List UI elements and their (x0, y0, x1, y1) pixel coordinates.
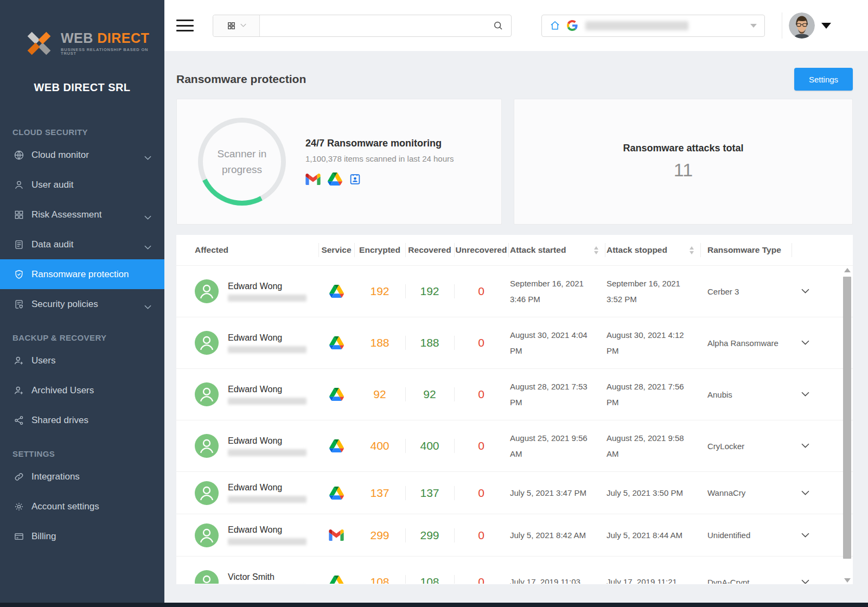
recovered-count: 299 (405, 514, 454, 556)
chevron-down-icon (750, 24, 757, 28)
gmail-icon (305, 174, 321, 185)
column-header-affected: Affected (176, 235, 318, 265)
affected-user-name: Edward Wong (228, 436, 307, 446)
column-header-encrypted: Encrypted (354, 235, 405, 265)
scroll-up-arrow[interactable] (844, 268, 851, 272)
sidebar-item-shared-drives[interactable]: Shared drives (0, 405, 164, 435)
monitoring-card: Scanner in progress 24/7 Ransomware moni… (176, 99, 502, 225)
unrecovered-count: 0 (454, 420, 508, 471)
sidebar-item-security-policies[interactable]: Security policies (0, 289, 164, 319)
avatar[interactable] (789, 12, 815, 39)
attack-stopped-date: July 5, 2021 3:50 PM (605, 472, 700, 514)
chevron-down-icon (144, 152, 151, 157)
unrecovered-count: 0 (454, 369, 508, 420)
user-avatar-icon (195, 481, 219, 505)
column-header-ransomware-type: Ransomware Type (700, 235, 792, 265)
shield-check-icon (14, 269, 24, 280)
sidebar-item-users[interactable]: Users (0, 346, 164, 375)
nav-section-settings: SETTINGS Integrations Account settings B… (0, 449, 164, 551)
user-menu[interactable] (789, 12, 868, 39)
sidebar-item-risk-assessment[interactable]: Risk Assessment (0, 200, 164, 229)
column-header-service: Service (318, 235, 354, 265)
ransomware-type: Anubis (700, 369, 792, 420)
sidebar-item-cloud-monitor[interactable]: Cloud monitor (0, 140, 164, 170)
chevron-down-icon (144, 212, 151, 217)
attacks-total-value: 11 (674, 159, 693, 181)
sidebar-item-label: Shared drives (31, 415, 88, 426)
sidebar-item-account-settings[interactable]: Account settings (0, 491, 164, 521)
credit-card-icon (14, 531, 24, 542)
brand-wordmark: WEB DIRECT BUSINESS RELATIONSHIP BASED O… (61, 31, 164, 56)
sort-icon[interactable] (594, 246, 598, 254)
table-row: Edward Wong 299 299 0 July 5, 2021 8:42 … (176, 514, 853, 557)
ransomware-type: WannaCry (700, 472, 792, 514)
user-avatar-icon (195, 279, 219, 303)
sidebar-item-label: Security policies (31, 299, 98, 310)
ransomware-type: Unidentified (700, 514, 792, 556)
affected-user-name: Edward Wong (228, 483, 307, 493)
sidebar-item-archived-users[interactable]: Archived Users (0, 375, 164, 405)
unrecovered-count: 0 (454, 266, 508, 317)
attack-started-date: July 5, 2021 8:42 AM (508, 514, 605, 556)
chevron-down-icon (240, 23, 246, 28)
search-scope-selector[interactable] (213, 15, 260, 36)
sidebar-item-label: User audit (31, 180, 73, 190)
google-logo-icon (567, 20, 578, 31)
unrecovered-count: 0 (454, 472, 508, 514)
attack-stopped-date: August 25, 2021 9:58 AM (605, 420, 700, 471)
recovered-count: 92 (405, 369, 454, 420)
redacted-email (228, 346, 307, 353)
redacted-email (228, 496, 307, 503)
scrollbar-thumb[interactable] (843, 277, 851, 559)
attacks-total-title: Ransomware attacks total (623, 143, 743, 154)
sidebar-item-label: Users (31, 355, 55, 366)
sidebar-item-user-audit[interactable]: User audit (0, 170, 164, 200)
globe-icon (14, 150, 24, 161)
attack-started-date: September 16, 2021 3:46 PM (508, 266, 605, 317)
sidebar-item-data-audit[interactable]: Data audit (0, 229, 164, 259)
user-menu-caret-icon[interactable] (821, 23, 831, 29)
attack-started-date: August 25, 2021 9:56 AM (508, 420, 605, 471)
google-drive-icon (329, 439, 344, 452)
encrypted-count: 108 (354, 557, 405, 584)
user-avatar-icon (195, 570, 219, 584)
user-avatar-icon (195, 523, 219, 547)
page-content: Ransomware protection Settings Scanner i… (164, 51, 868, 607)
affected-user-name: Edward Wong (228, 525, 307, 535)
recovered-count: 108 (405, 557, 454, 584)
hamburger-menu-button[interactable] (176, 18, 194, 33)
sidebar-item-ransomware-protection[interactable]: Ransomware protection (0, 259, 164, 289)
redacted-email (228, 538, 307, 545)
sidebar-item-label: Ransomware protection (31, 269, 129, 280)
expand-row-chevron-icon[interactable] (801, 340, 809, 346)
google-drive-icon (329, 576, 344, 584)
recovered-count: 400 (405, 420, 454, 471)
search-icon[interactable] (493, 20, 503, 31)
column-header-recovered: Recovered (405, 235, 454, 265)
sidebar-item-label: Integrations (31, 471, 80, 482)
expand-row-chevron-icon[interactable] (801, 289, 809, 294)
topbar (164, 0, 868, 51)
sort-icon[interactable] (690, 246, 694, 254)
sidebar-item-label: Archived Users (31, 385, 94, 396)
encrypted-count: 188 (354, 317, 405, 368)
attacks-total-card: Ransomware attacks total 11 (514, 99, 853, 225)
settings-button[interactable]: Settings (794, 68, 853, 91)
expand-row-chevron-icon[interactable] (801, 579, 809, 584)
google-drive-icon (329, 336, 344, 349)
recovered-count: 192 (405, 266, 454, 317)
search-input[interactable] (260, 15, 493, 36)
document-list-icon (14, 239, 24, 250)
domain-selector[interactable] (541, 15, 765, 37)
expand-row-chevron-icon[interactable] (801, 490, 809, 496)
expand-row-chevron-icon[interactable] (801, 533, 809, 538)
scroll-down-arrow[interactable] (844, 578, 851, 583)
attack-stopped-date: July 5, 2021 8:44 AM (605, 514, 700, 556)
expand-row-chevron-icon[interactable] (801, 443, 809, 449)
attack-stopped-date: September 16, 2021 3:52 PM (605, 266, 700, 317)
sidebar-item-billing[interactable]: Billing (0, 521, 164, 551)
encrypted-count: 299 (354, 514, 405, 556)
sidebar-item-label: Account settings (31, 501, 99, 512)
expand-row-chevron-icon[interactable] (801, 392, 809, 397)
sidebar-item-integrations[interactable]: Integrations (0, 462, 164, 491)
